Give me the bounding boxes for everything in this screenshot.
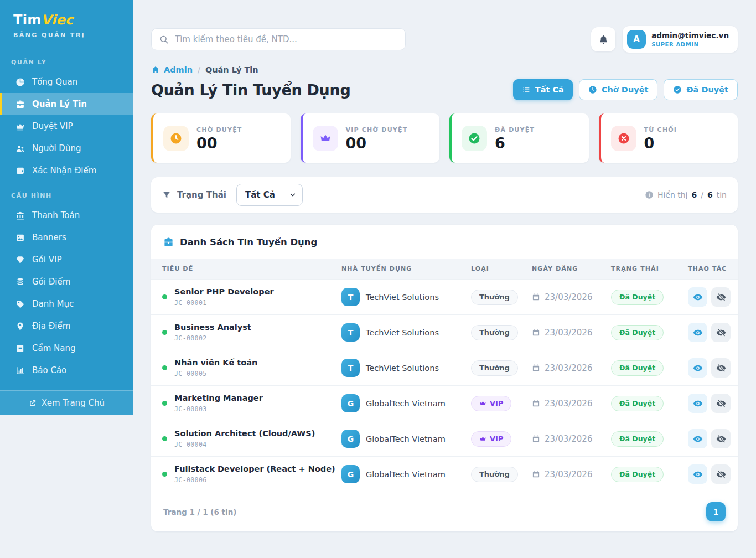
- company-avatar: T: [341, 359, 360, 377]
- funnel-icon: [162, 190, 171, 199]
- filter-approved-button[interactable]: Đã Duyệt: [664, 79, 738, 100]
- sidebar-item-handbook[interactable]: Cẩm Nang: [0, 337, 133, 359]
- home-icon: [151, 65, 160, 74]
- sidebar-item-approve-vip[interactable]: Duyệt VIP: [0, 115, 133, 137]
- sidebar-item-label: Quản Lý Tin: [32, 99, 87, 109]
- sidebar-item-label: Tổng Quan: [32, 77, 77, 87]
- page-1-button[interactable]: 1: [706, 502, 726, 521]
- stat-label: TỪ CHỐI: [644, 126, 677, 133]
- sidebar-item-label: Gói VIP: [32, 255, 61, 265]
- title-row: Quản Lý Tin Tuyển Dụng Tất Cả Chờ Duyệt …: [151, 79, 738, 100]
- post-date: 23/03/2026: [545, 363, 592, 373]
- tag-icon: [15, 299, 25, 309]
- calendar-icon: [532, 470, 540, 478]
- status-select[interactable]: Tất Cả: [236, 184, 303, 206]
- clock-icon: [588, 85, 597, 94]
- filter-pending-label: Chờ Duyệt: [602, 85, 649, 94]
- job-title: Solution Architect (Cloud/AWS): [174, 429, 315, 438]
- check-circle-icon: [462, 126, 487, 151]
- view-button[interactable]: [688, 464, 707, 484]
- view-button[interactable]: [688, 358, 707, 378]
- sidebar-item-label: Xác Nhận Điểm: [32, 166, 96, 175]
- company-avatar: G: [341, 465, 360, 483]
- eye-off-icon: [716, 363, 726, 373]
- eye-off-icon: [716, 292, 726, 302]
- user-avatar: A: [627, 30, 646, 49]
- view-button[interactable]: [688, 323, 707, 342]
- briefcase-icon: [163, 237, 174, 247]
- company-avatar: T: [341, 288, 360, 306]
- company-name: GlobalTech Vietnam: [366, 470, 446, 479]
- company-name: TechViet Solutions: [366, 364, 439, 373]
- job-table: TIÊU ĐỀ NHÀ TUYỂN DỤNG LOẠI NGÀY ĐĂNG TR…: [151, 259, 738, 492]
- sidebar-item-label: Duyệt VIP: [32, 121, 73, 131]
- stat-value: 00: [346, 136, 408, 151]
- sidebar-item-banners[interactable]: Banners: [0, 226, 133, 249]
- eye-icon: [693, 469, 703, 479]
- sidebar-item-overview[interactable]: Tổng Quan: [0, 71, 133, 93]
- filter-pending-button[interactable]: Chờ Duyệt: [579, 79, 658, 100]
- user-menu[interactable]: A admin@timviec.vn SUPER ADMIN: [623, 26, 738, 53]
- page-title: Quản Lý Tin Tuyển Dụng: [151, 81, 350, 99]
- post-date: 23/03/2026: [545, 328, 592, 338]
- external-link-icon: [28, 399, 37, 407]
- stat-value: 6: [495, 136, 535, 151]
- hide-button[interactable]: [711, 394, 731, 413]
- hide-button[interactable]: [711, 323, 731, 342]
- brand: TimViec BẢNG QUẢN TRỊ: [0, 0, 133, 48]
- sidebar: TimViec BẢNG QUẢN TRỊ QUẢN LÝ Tổng Quan …: [0, 0, 133, 415]
- hide-button[interactable]: [711, 464, 731, 484]
- view-homepage-link[interactable]: Xem Trang Chủ: [0, 390, 133, 415]
- sidebar-item-confirm-points[interactable]: Xác Nhận Điểm: [0, 159, 133, 182]
- notifications-button[interactable]: [591, 27, 615, 51]
- search-input[interactable]: [151, 28, 406, 50]
- status-badge: Đã Duyệt: [611, 325, 664, 340]
- stat-label: ĐÃ DUYỆT: [495, 126, 535, 133]
- user-role-badge: SUPER ADMIN: [651, 42, 729, 48]
- view-homepage-label: Xem Trang Chủ: [42, 398, 105, 408]
- active-dot: [162, 330, 167, 335]
- hide-button[interactable]: [711, 287, 731, 307]
- table-row: Solution Architect (Cloud/AWS)JC-00004 G…: [151, 421, 738, 457]
- crown-icon: [15, 122, 25, 131]
- filter-all-button[interactable]: Tất Cả: [513, 79, 573, 100]
- brand-subtitle: BẢNG QUẢN TRỊ: [13, 32, 120, 39]
- eye-off-icon: [716, 328, 726, 338]
- stat-value: 0: [644, 136, 677, 151]
- sidebar-item-categories[interactable]: Danh Mục: [0, 293, 133, 315]
- sidebar-item-payments[interactable]: Thanh Toán: [0, 204, 133, 226]
- view-button[interactable]: [688, 287, 707, 307]
- col-type: LOẠI: [471, 259, 532, 280]
- view-button[interactable]: [688, 394, 707, 413]
- calendar-icon: [532, 435, 540, 443]
- view-button[interactable]: [688, 429, 707, 448]
- active-dot: [162, 365, 167, 370]
- sidebar-item-locations[interactable]: Địa Điểm: [0, 315, 133, 337]
- col-date: NGÀY ĐĂNG: [532, 259, 611, 280]
- sidebar-item-vip-packages[interactable]: Gói VIP: [0, 249, 133, 271]
- breadcrumb-home-link[interactable]: Admin: [151, 65, 193, 74]
- sidebar-item-point-packages[interactable]: Gói Điểm: [0, 271, 133, 293]
- calendar-icon: [532, 364, 540, 372]
- filter-all-label: Tất Cả: [535, 85, 564, 94]
- calendar-icon: [532, 293, 540, 301]
- hide-button[interactable]: [711, 429, 731, 448]
- hide-button[interactable]: [711, 358, 731, 378]
- calendar-icon: [532, 328, 540, 337]
- job-list-header: Danh Sách Tin Tuyển Dụng: [151, 225, 738, 259]
- topbar-right: A admin@timviec.vn SUPER ADMIN: [591, 26, 738, 53]
- job-title: Business Analyst: [174, 323, 251, 332]
- calendar-icon: [532, 399, 540, 407]
- clock-icon: [163, 126, 189, 151]
- stat-card-pending: CHỜ DUYỆT 00: [151, 113, 291, 163]
- company-avatar: T: [341, 323, 360, 342]
- sidebar-item-users[interactable]: Người Dùng: [0, 137, 133, 159]
- breadcrumb: Admin / Quản Lý Tin: [151, 65, 738, 74]
- sidebar-item-manage-posts[interactable]: Quản Lý Tin: [0, 93, 133, 115]
- job-list-title: Danh Sách Tin Tuyển Dụng: [180, 237, 317, 247]
- stat-label: CHỜ DUYỆT: [196, 126, 242, 133]
- status-badge: Đã Duyệt: [611, 431, 664, 447]
- sidebar-item-reports[interactable]: Báo Cáo: [0, 359, 133, 381]
- active-dot: [162, 436, 167, 441]
- bar-chart-icon: [15, 366, 25, 375]
